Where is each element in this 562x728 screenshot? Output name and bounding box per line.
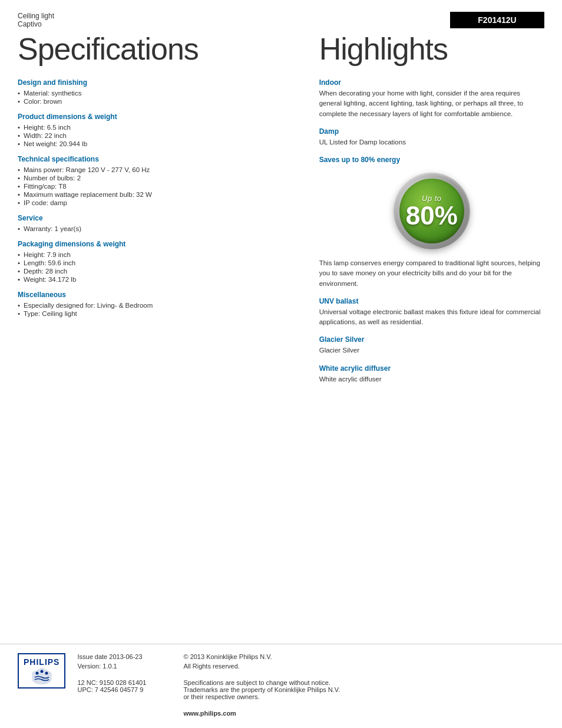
energy-saving-section: Saves up to 80% energy Up to 80% This la… xyxy=(319,156,544,289)
miscellaneous-section: Miscellaneous Especially designed for: L… xyxy=(18,291,296,318)
unv-ballast-title: UNV ballast xyxy=(319,297,544,305)
badge-percent: 80% xyxy=(406,203,458,229)
list-item: Fitting/cap: T8 xyxy=(18,182,296,190)
list-item: Height: 6.5 inch xyxy=(18,123,296,131)
white-acrylic-diffuser-title: White acrylic diffuser xyxy=(319,364,544,373)
list-item: Type: Ceiling light xyxy=(18,309,296,318)
list-item: Height: 7.9 inch xyxy=(18,251,296,259)
list-item: Width: 22 inch xyxy=(18,131,296,140)
page-title: Specifications xyxy=(18,31,296,67)
list-item: Color: brown xyxy=(18,97,296,106)
technical-specs-title: Technical specifications xyxy=(18,155,296,163)
page-container: Ceiling light Captivo F201412U Specifica… xyxy=(0,0,562,728)
energy-badge-inner: Up to 80% xyxy=(399,179,464,243)
packaging-dimensions-title: Packaging dimensions & weight xyxy=(18,240,296,248)
svg-point-1 xyxy=(40,670,43,673)
philips-shield-icon xyxy=(30,667,54,684)
copyright: © 2013 Koninklijke Philips N.V. xyxy=(183,653,544,660)
product-dimensions-list: Height: 6.5 inch Width: 22 inch Net weig… xyxy=(18,123,296,148)
miscellaneous-title: Miscellaneous xyxy=(18,291,296,299)
list-item: Net weight: 20.944 lb xyxy=(18,140,296,148)
footer: PHILIPS Issue date 2013-06-23 Version: 1… xyxy=(0,644,562,728)
indoor-section: Indoor When decorating your home with li… xyxy=(319,78,544,119)
miscellaneous-list: Especially designed for: Living- & Bedro… xyxy=(18,301,296,318)
disclaimer: Specifications are subject to change wit… xyxy=(183,679,544,700)
version: Version: 1.0.1 xyxy=(77,663,171,670)
right-column: Highlights Indoor When decorating your h… xyxy=(308,28,544,393)
list-item: Depth: 28 inch xyxy=(18,267,296,275)
white-acrylic-diffuser-text: White acrylic diffuser xyxy=(319,374,544,384)
energy-saving-text: This lamp conserves energy compared to t… xyxy=(319,258,544,289)
energy-badge-container: Up to 80% xyxy=(319,173,544,249)
energy-badge: Up to 80% xyxy=(394,173,470,249)
packaging-dimensions-list: Height: 7.9 inch Length: 59.6 inch Depth… xyxy=(18,251,296,284)
service-title: Service xyxy=(18,214,296,222)
list-item: Especially designed for: Living- & Bedro… xyxy=(18,301,296,309)
product-dimensions-section: Product dimensions & weight Height: 6.5 … xyxy=(18,113,296,148)
technical-specs-section: Technical specifications Mains power: Ra… xyxy=(18,155,296,207)
product-label: Ceiling light Captivo xyxy=(18,12,54,28)
list-item: Maximum wattage replacement bulb: 32 W xyxy=(18,190,296,199)
rights: All Rights reserved. xyxy=(183,663,544,670)
packaging-dimensions-section: Packaging dimensions & weight Height: 7.… xyxy=(18,240,296,284)
design-finishing-section: Design and finishing Material: synthetic… xyxy=(18,78,296,106)
product-dimensions-title: Product dimensions & weight xyxy=(18,113,296,121)
list-item: Warranty: 1 year(s) xyxy=(18,225,296,233)
main-content: Specifications Design and finishing Mate… xyxy=(0,28,562,393)
model-badge: F201412U xyxy=(450,12,544,28)
technical-specs-list: Mains power: Range 120 V - 277 V, 60 Hz … xyxy=(18,166,296,207)
glacier-silver-title: Glacier Silver xyxy=(319,335,544,344)
list-item: Material: synthetics xyxy=(18,89,296,97)
product-name: Captivo xyxy=(18,20,54,28)
design-finishing-list: Material: synthetics Color: brown xyxy=(18,89,296,106)
list-item: IP code: damp xyxy=(18,199,296,207)
list-item: Length: 59.6 inch xyxy=(18,259,296,267)
svg-point-2 xyxy=(45,672,48,675)
nc-upc: 12 NC: 9150 028 61401UPC: 7 42546 04577 … xyxy=(77,679,171,693)
footer-right: © 2013 Koninklijke Philips N.V. All Righ… xyxy=(183,653,544,719)
philips-logo-box: PHILIPS xyxy=(18,653,65,689)
header: Ceiling light Captivo F201412U xyxy=(0,0,562,28)
service-section: Service Warranty: 1 year(s) xyxy=(18,214,296,233)
issue-date: Issue date 2013-06-23 xyxy=(77,653,171,660)
website[interactable]: www.philips.com xyxy=(183,710,544,717)
unv-ballast-text: Universal voltage electronic ballast mak… xyxy=(319,307,544,328)
philips-logo: PHILIPS xyxy=(18,653,65,689)
glacier-silver-text: Glacier Silver xyxy=(319,345,544,355)
service-list: Warranty: 1 year(s) xyxy=(18,225,296,233)
damp-text: UL Listed for Damp locations xyxy=(319,137,544,147)
indoor-text: When decorating your home with light, co… xyxy=(319,88,544,119)
list-item: Mains power: Range 120 V - 277 V, 60 Hz xyxy=(18,166,296,174)
left-column: Specifications Design and finishing Mate… xyxy=(18,28,308,393)
philips-brand-text: PHILIPS xyxy=(24,657,59,667)
glacier-silver-section: Glacier Silver Glacier Silver xyxy=(319,335,544,355)
white-acrylic-diffuser-section: White acrylic diffuser White acrylic dif… xyxy=(319,364,544,384)
design-finishing-title: Design and finishing xyxy=(18,78,296,87)
svg-point-0 xyxy=(35,672,38,675)
damp-section: Damp UL Listed for Damp locations xyxy=(319,127,544,147)
damp-title: Damp xyxy=(319,127,544,136)
energy-saving-title: Saves up to 80% energy xyxy=(319,156,544,164)
unv-ballast-section: UNV ballast Universal voltage electronic… xyxy=(319,297,544,328)
footer-middle: Issue date 2013-06-23 Version: 1.0.1 12 … xyxy=(77,653,171,696)
highlights-title: Highlights xyxy=(319,31,544,67)
list-item: Weight: 34.172 lb xyxy=(18,275,296,284)
product-type: Ceiling light xyxy=(18,12,54,20)
indoor-title: Indoor xyxy=(319,78,544,87)
list-item: Number of bulbs: 2 xyxy=(18,174,296,182)
